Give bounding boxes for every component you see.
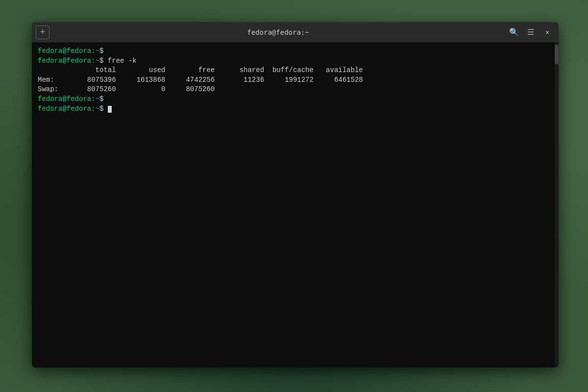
terminal-line-1: fedora@fedora:~$ <box>38 47 553 56</box>
output-header: total used free shared buff/cache availa… <box>38 66 553 75</box>
title-bar-left: + <box>36 25 49 39</box>
terminal-cursor <box>108 106 112 113</box>
terminal-body[interactable]: fedora@fedora:~$ fedora@fedora:~$ free -… <box>32 43 559 368</box>
close-button[interactable]: × <box>540 25 555 39</box>
cmd-1: $ <box>99 47 103 55</box>
terminal-line-6: fedora@fedora:~$ <box>38 104 553 114</box>
scrollbar-thumb[interactable] <box>555 45 559 64</box>
cmd-6: $ <box>99 105 108 113</box>
prompt-5: fedora@fedora:~ <box>38 95 99 103</box>
prompt-1: fedora@fedora:~ <box>38 47 99 55</box>
title-bar-controls: 🔍 ☰ × <box>507 25 555 39</box>
scrollbar-track[interactable] <box>555 43 559 368</box>
menu-button[interactable]: ☰ <box>523 25 538 39</box>
cmd-2: $ free -k <box>99 57 137 65</box>
new-tab-icon: + <box>40 27 46 37</box>
terminal-window: + fedora@fedora:~ 🔍 ☰ × fedora@fedora:~$… <box>32 22 559 368</box>
output-swap: Swap: 8075260 0 8075260 <box>38 85 553 95</box>
cmd-5: $ <box>99 95 103 103</box>
title-bar: + fedora@fedora:~ 🔍 ☰ × <box>32 22 559 43</box>
output-mem: Mem: 8075396 1613868 4742256 11236 19912… <box>38 75 553 85</box>
window-title: fedora@fedora:~ <box>49 28 507 36</box>
prompt-2: fedora@fedora:~ <box>38 57 99 65</box>
terminal-line-2: fedora@fedora:~$ free -k <box>38 56 553 66</box>
terminal-line-5: fedora@fedora:~$ <box>38 95 553 104</box>
prompt-6: fedora@fedora:~ <box>38 105 99 113</box>
new-tab-button[interactable]: + <box>36 25 49 39</box>
search-button[interactable]: 🔍 <box>507 25 521 39</box>
